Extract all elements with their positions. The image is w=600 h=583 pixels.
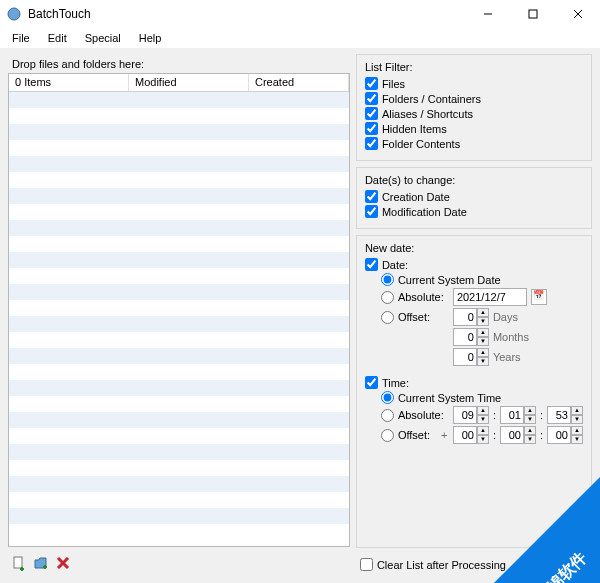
abs-hour-spin[interactable]: ▲▼: [453, 406, 489, 424]
filter-contents[interactable]: Folder Contents: [365, 137, 583, 150]
date-chk[interactable]: Date:: [365, 258, 583, 271]
filter-files[interactable]: Files: [365, 77, 583, 90]
clear-list-chk[interactable]: Clear List after Processing: [356, 556, 592, 573]
dates-legend: Date(s) to change:: [365, 174, 583, 186]
svg-rect-2: [529, 10, 537, 18]
file-grid[interactable]: 0 Items Modified Created: [8, 73, 350, 547]
abs-min-spin[interactable]: ▲▼: [500, 406, 536, 424]
right-pane: List Filter: Files Folders / Containers …: [356, 54, 592, 575]
maximize-button[interactable]: [510, 0, 555, 28]
menubar: File Edit Special Help: [0, 28, 600, 48]
svg-point-0: [8, 8, 20, 20]
window-buttons: [465, 0, 600, 28]
absolute-time-radio[interactable]: Absolute:: [381, 409, 449, 422]
minimize-button[interactable]: [465, 0, 510, 28]
list-filter-group: List Filter: Files Folders / Containers …: [356, 54, 592, 161]
app-icon: [6, 6, 22, 22]
plus-label: +: [441, 429, 449, 441]
add-folder-button[interactable]: [32, 554, 50, 572]
filter-aliases[interactable]: Aliases / Shortcuts: [365, 107, 583, 120]
client-area: Drop files and folders here: 0 Items Mod…: [0, 48, 600, 583]
current-date-radio[interactable]: Current System Date: [381, 273, 583, 286]
close-button[interactable]: [555, 0, 600, 28]
absolute-date-input[interactable]: [453, 288, 527, 306]
menu-edit[interactable]: Edit: [40, 30, 75, 46]
new-date-legend: New date:: [365, 242, 583, 254]
modification-date-chk[interactable]: Modification Date: [365, 205, 583, 218]
menu-special[interactable]: Special: [77, 30, 129, 46]
grid-header: 0 Items Modified Created: [9, 74, 349, 92]
new-date-group: New date: Date: Current System Date Abso…: [356, 235, 592, 548]
left-pane: Drop files and folders here: 0 Items Mod…: [8, 54, 350, 575]
time-chk[interactable]: Time:: [365, 376, 583, 389]
window-title: BatchTouch: [28, 7, 465, 21]
list-filter-legend: List Filter:: [365, 61, 583, 73]
col-modified[interactable]: Modified: [129, 74, 249, 91]
colon3: :: [493, 429, 496, 441]
colon1: :: [493, 409, 496, 421]
remove-button[interactable]: [54, 554, 72, 572]
off-sec-spin[interactable]: ▲▼: [547, 426, 583, 444]
offset-days-spin[interactable]: ▲▼: [453, 308, 489, 326]
offset-time-radio[interactable]: Offset:: [381, 429, 437, 442]
current-time-radio[interactable]: Current System Time: [381, 391, 583, 404]
menu-file[interactable]: File: [4, 30, 38, 46]
svg-rect-5: [14, 557, 22, 568]
drop-label: Drop files and folders here:: [12, 58, 348, 70]
menu-help[interactable]: Help: [131, 30, 170, 46]
calendar-icon[interactable]: 📅: [531, 289, 547, 305]
offset-months-spin[interactable]: ▲▼: [453, 328, 489, 346]
dates-to-change-group: Date(s) to change: Creation Date Modific…: [356, 167, 592, 229]
off-min-spin[interactable]: ▲▼: [500, 426, 536, 444]
days-label: Days: [493, 311, 518, 323]
toolbar: [8, 547, 350, 575]
months-label: Months: [493, 331, 529, 343]
add-file-button[interactable]: [10, 554, 28, 572]
creation-date-chk[interactable]: Creation Date: [365, 190, 583, 203]
colon4: :: [540, 429, 543, 441]
col-created[interactable]: Created: [249, 74, 349, 91]
off-hour-spin[interactable]: ▲▼: [453, 426, 489, 444]
filter-folders[interactable]: Folders / Containers: [365, 92, 583, 105]
absolute-date-radio[interactable]: Absolute:: [381, 291, 449, 304]
filter-hidden[interactable]: Hidden Items: [365, 122, 583, 135]
grid-body[interactable]: [9, 92, 349, 546]
col-items[interactable]: 0 Items: [9, 74, 129, 91]
titlebar: BatchTouch: [0, 0, 600, 28]
offset-date-radio[interactable]: Offset:: [381, 311, 449, 324]
abs-sec-spin[interactable]: ▲▼: [547, 406, 583, 424]
colon2: :: [540, 409, 543, 421]
years-label: Years: [493, 351, 521, 363]
offset-years-spin[interactable]: ▲▼: [453, 348, 489, 366]
